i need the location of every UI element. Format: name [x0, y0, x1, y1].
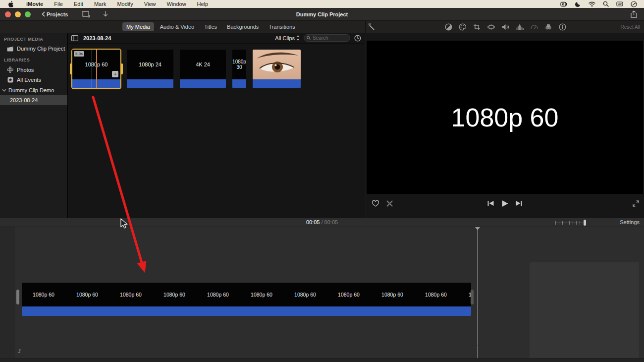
- macos-menubar: iMovie File Edit Mark Modify View Window…: [0, 0, 644, 8]
- timeline-clip-label: 1080p 60: [109, 283, 153, 306]
- fullscreen-icon[interactable]: [633, 200, 639, 207]
- reject-x-icon[interactable]: [386, 200, 393, 207]
- tab-my-media[interactable]: My Media: [122, 22, 154, 31]
- menu-imovie[interactable]: iMovie: [21, 1, 49, 7]
- do-not-disturb-icon[interactable]: [575, 1, 581, 7]
- play-icon[interactable]: [501, 200, 509, 207]
- menu-edit[interactable]: Edit: [68, 1, 89, 7]
- tab-backgrounds[interactable]: Backgrounds: [223, 22, 263, 31]
- speed-gauge-icon[interactable]: [531, 24, 538, 30]
- timeline-scrollbar-track[interactable]: [0, 358, 644, 362]
- zoom-window-button[interactable]: [25, 11, 31, 17]
- sidebar-group-library[interactable]: Dummy Clip Demo: [0, 85, 67, 95]
- sidebar-item-photos-label: Photos: [17, 67, 34, 73]
- screen-mirroring-icon[interactable]: [560, 1, 568, 7]
- viewer-controls: [366, 196, 644, 210]
- sidebar-group-library-label: Dummy Clip Demo: [8, 87, 54, 93]
- sidebar-item-event-selected[interactable]: 2023-08-24: [0, 95, 67, 105]
- chevron-down-icon: [2, 89, 6, 92]
- clip-audio-strip: [127, 79, 173, 88]
- sidebar-item-all-events-label: All Events: [17, 77, 41, 83]
- imovie-window: iMovie File Edit Mark Modify View Window…: [0, 0, 644, 362]
- playhead-marker[interactable]: [475, 227, 480, 230]
- libraries-sidebar: PROJECT MEDIA Dummy Clip Project LIBRARI…: [0, 33, 68, 218]
- search-field[interactable]: [304, 34, 350, 42]
- media-browser-panel: 2023-08-24 All Clips 1080p 60: [68, 33, 365, 218]
- timeline-settings-button[interactable]: Settings: [620, 219, 640, 225]
- timeline-panel: 00:05 / 00:05 Settings 1080p 601080p 601…: [0, 218, 644, 362]
- volume-icon[interactable]: [502, 24, 510, 30]
- timeline-trim-handle-right[interactable]: [471, 290, 474, 304]
- sidebar-toggle-icon[interactable]: [71, 35, 78, 41]
- apple-menu-icon[interactable]: [8, 1, 14, 7]
- control-center-icon[interactable]: [631, 1, 637, 7]
- tab-audio-video[interactable]: Audio & Video: [156, 22, 199, 31]
- selection-handle-left[interactable]: [70, 63, 72, 74]
- sidebar-item-all-events[interactable]: All Events: [0, 75, 67, 85]
- clip-thumbnail-eye-photo[interactable]: [253, 50, 301, 88]
- reset-all-button[interactable]: Reset All: [621, 21, 640, 33]
- clip-thumbnail-1080p30[interactable]: 1080p 30: [232, 50, 246, 88]
- media-tabs: My Media Audio & Video Titles Background…: [122, 21, 299, 33]
- menu-modify[interactable]: Modify: [111, 1, 138, 7]
- timeline-clip-label: 1080p 60: [153, 283, 196, 306]
- clip-thumbnail-1080p60[interactable]: 1080p 60 5.0s +: [72, 50, 120, 88]
- timeline-header: 00:05 / 00:05 Settings: [0, 218, 644, 227]
- noise-eq-icon[interactable]: [516, 24, 524, 30]
- add-to-timeline-button[interactable]: +: [112, 71, 118, 77]
- sidebar-item-project[interactable]: Dummy Clip Project: [0, 44, 67, 54]
- clip-thumbnail-4k24[interactable]: 4K 24: [180, 50, 226, 88]
- search-input[interactable]: [313, 35, 347, 41]
- crop-icon[interactable]: [473, 23, 481, 31]
- clip-video-frame: 4K 24: [180, 50, 226, 79]
- menu-view[interactable]: View: [139, 1, 161, 7]
- all-clips-label: All Clips: [275, 35, 295, 41]
- keyboard-icon[interactable]: [616, 1, 623, 6]
- wifi-icon[interactable]: [589, 1, 595, 7]
- zoom-slider-ticks: [555, 221, 583, 225]
- projects-back-button[interactable]: Projects: [42, 11, 68, 17]
- tab-titles[interactable]: Titles: [200, 22, 221, 31]
- close-window-button[interactable]: [5, 11, 11, 17]
- share-icon[interactable]: [631, 10, 637, 18]
- timeline-clip[interactable]: 1080p 601080p 601080p 601080p 601080p 60…: [22, 283, 471, 316]
- viewer-adjust-toolbar: [445, 21, 566, 33]
- playhead-line[interactable]: [478, 227, 478, 358]
- sidebar-item-photos[interactable]: Photos: [0, 64, 67, 75]
- media-browser-toggle-icon[interactable]: [82, 11, 91, 18]
- minimize-window-button[interactable]: [15, 11, 21, 17]
- selection-handle-right[interactable]: [121, 63, 123, 74]
- project-media-header: PROJECT MEDIA: [0, 33, 67, 44]
- color-filters-icon[interactable]: [544, 23, 552, 30]
- menu-file[interactable]: File: [49, 1, 68, 7]
- tab-transitions[interactable]: Transitions: [265, 22, 299, 31]
- zoom-slider-handle[interactable]: [584, 220, 586, 226]
- search-icon: [307, 36, 311, 40]
- clip-thumbnail-1080p24[interactable]: 1080p 24: [127, 50, 173, 88]
- menu-mark[interactable]: Mark: [89, 1, 111, 7]
- skip-forward-icon[interactable]: [516, 200, 523, 206]
- color-balance-icon[interactable]: [445, 23, 452, 31]
- favorite-heart-icon[interactable]: [372, 200, 379, 207]
- clip-audio-strip: [253, 79, 301, 88]
- video-preview[interactable]: 1080p 60: [367, 41, 643, 194]
- all-clips-dropdown[interactable]: All Clips: [275, 35, 300, 41]
- timeline-clip-video: 1080p 601080p 601080p 601080p 601080p 60…: [22, 283, 471, 306]
- timeline-trim-handle-left[interactable]: [16, 290, 19, 304]
- skip-back-icon[interactable]: [487, 200, 494, 206]
- timeline-clip-label: 1080p 60: [65, 283, 109, 306]
- import-media-icon[interactable]: [103, 11, 108, 18]
- stabilization-icon[interactable]: [487, 24, 495, 30]
- color-palette-icon[interactable]: [459, 23, 467, 31]
- timeline-clip-label: 1080p 60: [327, 283, 371, 306]
- menu-window[interactable]: Window: [161, 1, 191, 7]
- clip-video-frame: 1080p 24: [127, 50, 173, 79]
- enhance-wand-icon[interactable]: [367, 23, 375, 31]
- menu-help[interactable]: Help: [192, 1, 214, 7]
- info-icon[interactable]: [559, 23, 566, 31]
- duration-filter-icon[interactable]: [354, 35, 361, 42]
- timeline-zoom-slider[interactable]: [555, 220, 587, 225]
- window-titlebar: Projects Dummy Clip Project: [0, 8, 644, 21]
- spotlight-search-icon[interactable]: [603, 1, 609, 7]
- clip-playhead-line: [92, 50, 92, 88]
